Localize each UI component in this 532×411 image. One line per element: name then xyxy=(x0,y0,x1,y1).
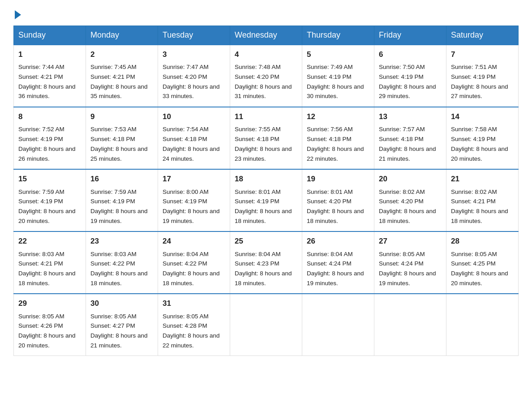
calendar-cell: 23 Sunrise: 8:03 AMSunset: 4:22 PMDaylig… xyxy=(86,231,158,294)
calendar-cell: 18 Sunrise: 8:01 AMSunset: 4:19 PMDaylig… xyxy=(230,169,302,231)
day-number: 27 xyxy=(379,235,442,247)
calendar-header-row: SundayMondayTuesdayWednesdayThursdayFrid… xyxy=(14,26,519,45)
calendar-cell: 6 Sunrise: 7:50 AMSunset: 4:19 PMDayligh… xyxy=(374,45,446,107)
day-number: 16 xyxy=(90,173,153,185)
calendar-week-row: 15 Sunrise: 7:59 AMSunset: 4:19 PMDaylig… xyxy=(14,169,519,231)
day-info: Sunrise: 7:51 AMSunset: 4:19 PMDaylight:… xyxy=(451,64,508,99)
day-info: Sunrise: 7:54 AMSunset: 4:18 PMDaylight:… xyxy=(163,126,220,162)
calendar-cell: 30 Sunrise: 8:05 AMSunset: 4:27 PMDaylig… xyxy=(86,294,158,356)
calendar-cell: 10 Sunrise: 7:54 AMSunset: 4:18 PMDaylig… xyxy=(158,107,230,169)
day-info: Sunrise: 8:04 AMSunset: 4:23 PMDaylight:… xyxy=(235,251,292,287)
header-friday: Friday xyxy=(374,26,446,45)
day-number: 29 xyxy=(18,298,81,309)
calendar-cell: 21 Sunrise: 8:02 AMSunset: 4:21 PMDaylig… xyxy=(446,169,519,231)
day-info: Sunrise: 7:59 AMSunset: 4:19 PMDaylight:… xyxy=(18,188,76,224)
day-number: 26 xyxy=(307,235,369,247)
calendar-cell: 17 Sunrise: 8:00 AMSunset: 4:19 PMDaylig… xyxy=(158,169,230,231)
calendar-week-row: 1 Sunrise: 7:44 AMSunset: 4:21 PMDayligh… xyxy=(14,45,519,107)
day-info: Sunrise: 8:04 AMSunset: 4:22 PMDaylight:… xyxy=(163,251,220,287)
day-number: 23 xyxy=(90,235,153,247)
calendar-cell: 24 Sunrise: 8:04 AMSunset: 4:22 PMDaylig… xyxy=(158,231,230,294)
header-monday: Monday xyxy=(86,26,158,45)
day-number: 31 xyxy=(163,298,225,309)
page-header xyxy=(13,9,519,17)
day-info: Sunrise: 8:02 AMSunset: 4:20 PMDaylight:… xyxy=(379,188,436,224)
day-info: Sunrise: 7:55 AMSunset: 4:18 PMDaylight:… xyxy=(235,126,292,162)
calendar-cell: 12 Sunrise: 7:56 AMSunset: 4:18 PMDaylig… xyxy=(302,107,374,169)
calendar-cell: 5 Sunrise: 7:49 AMSunset: 4:19 PMDayligh… xyxy=(302,45,374,107)
day-info: Sunrise: 8:05 AMSunset: 4:26 PMDaylight:… xyxy=(18,313,76,349)
header-tuesday: Tuesday xyxy=(158,26,230,45)
header-sunday: Sunday xyxy=(14,26,86,45)
calendar-cell: 8 Sunrise: 7:52 AMSunset: 4:19 PMDayligh… xyxy=(14,107,86,169)
day-number: 2 xyxy=(90,49,153,60)
calendar-week-row: 8 Sunrise: 7:52 AMSunset: 4:19 PMDayligh… xyxy=(14,107,519,169)
day-info: Sunrise: 7:56 AMSunset: 4:18 PMDaylight:… xyxy=(307,126,364,162)
day-info: Sunrise: 8:03 AMSunset: 4:21 PMDaylight:… xyxy=(18,251,76,287)
day-info: Sunrise: 7:48 AMSunset: 4:20 PMDaylight:… xyxy=(235,64,292,99)
day-number: 4 xyxy=(235,49,297,60)
day-info: Sunrise: 7:57 AMSunset: 4:18 PMDaylight:… xyxy=(379,126,436,162)
header-wednesday: Wednesday xyxy=(230,26,302,45)
calendar-cell: 16 Sunrise: 7:59 AMSunset: 4:19 PMDaylig… xyxy=(86,169,158,231)
calendar-cell: 19 Sunrise: 8:01 AMSunset: 4:20 PMDaylig… xyxy=(302,169,374,231)
calendar-cell: 28 Sunrise: 8:05 AMSunset: 4:25 PMDaylig… xyxy=(446,231,519,294)
calendar-cell: 11 Sunrise: 7:55 AMSunset: 4:18 PMDaylig… xyxy=(230,107,302,169)
day-number: 6 xyxy=(379,49,442,60)
calendar-cell: 3 Sunrise: 7:47 AMSunset: 4:20 PMDayligh… xyxy=(158,45,230,107)
logo xyxy=(13,9,21,17)
day-number: 10 xyxy=(163,111,225,123)
day-info: Sunrise: 7:59 AMSunset: 4:19 PMDaylight:… xyxy=(90,188,148,224)
calendar-cell: 13 Sunrise: 7:57 AMSunset: 4:18 PMDaylig… xyxy=(374,107,446,169)
calendar-cell xyxy=(446,294,519,356)
day-info: Sunrise: 7:53 AMSunset: 4:18 PMDaylight:… xyxy=(90,126,148,162)
day-number: 17 xyxy=(163,173,225,185)
day-info: Sunrise: 7:44 AMSunset: 4:21 PMDaylight:… xyxy=(18,64,76,99)
day-number: 15 xyxy=(18,173,81,185)
calendar-cell: 31 Sunrise: 8:05 AMSunset: 4:28 PMDaylig… xyxy=(158,294,230,356)
day-number: 25 xyxy=(235,235,297,247)
calendar-cell: 20 Sunrise: 8:02 AMSunset: 4:20 PMDaylig… xyxy=(374,169,446,231)
calendar-cell: 4 Sunrise: 7:48 AMSunset: 4:20 PMDayligh… xyxy=(230,45,302,107)
day-info: Sunrise: 8:01 AMSunset: 4:19 PMDaylight:… xyxy=(235,188,292,224)
day-info: Sunrise: 8:05 AMSunset: 4:27 PMDaylight:… xyxy=(90,313,148,349)
day-info: Sunrise: 7:52 AMSunset: 4:19 PMDaylight:… xyxy=(18,126,76,162)
day-number: 3 xyxy=(163,49,225,60)
day-number: 9 xyxy=(90,111,153,123)
day-number: 14 xyxy=(451,111,514,123)
day-number: 22 xyxy=(18,235,81,247)
day-number: 13 xyxy=(379,111,442,123)
day-number: 18 xyxy=(235,173,297,185)
calendar-cell: 9 Sunrise: 7:53 AMSunset: 4:18 PMDayligh… xyxy=(86,107,158,169)
calendar-cell: 25 Sunrise: 8:04 AMSunset: 4:23 PMDaylig… xyxy=(230,231,302,294)
logo-arrow-icon xyxy=(15,10,21,19)
day-number: 12 xyxy=(307,111,369,123)
calendar-cell: 14 Sunrise: 7:58 AMSunset: 4:19 PMDaylig… xyxy=(446,107,519,169)
day-number: 24 xyxy=(163,235,225,247)
day-info: Sunrise: 8:05 AMSunset: 4:24 PMDaylight:… xyxy=(379,251,436,287)
calendar-cell: 29 Sunrise: 8:05 AMSunset: 4:26 PMDaylig… xyxy=(14,294,86,356)
day-info: Sunrise: 8:05 AMSunset: 4:28 PMDaylight:… xyxy=(163,313,220,349)
calendar-table: SundayMondayTuesdayWednesdayThursdayFrid… xyxy=(13,26,519,356)
calendar-cell: 15 Sunrise: 7:59 AMSunset: 4:19 PMDaylig… xyxy=(14,169,86,231)
calendar-cell: 7 Sunrise: 7:51 AMSunset: 4:19 PMDayligh… xyxy=(446,45,519,107)
day-number: 1 xyxy=(18,49,81,60)
day-info: Sunrise: 8:01 AMSunset: 4:20 PMDaylight:… xyxy=(307,188,364,224)
day-info: Sunrise: 8:02 AMSunset: 4:21 PMDaylight:… xyxy=(451,188,508,224)
header-thursday: Thursday xyxy=(302,26,374,45)
day-number: 11 xyxy=(235,111,297,123)
calendar-cell: 26 Sunrise: 8:04 AMSunset: 4:24 PMDaylig… xyxy=(302,231,374,294)
header-saturday: Saturday xyxy=(446,26,519,45)
calendar-cell xyxy=(230,294,302,356)
day-number: 28 xyxy=(451,235,514,247)
day-number: 8 xyxy=(18,111,81,123)
calendar-cell: 2 Sunrise: 7:45 AMSunset: 4:21 PMDayligh… xyxy=(86,45,158,107)
day-info: Sunrise: 8:05 AMSunset: 4:25 PMDaylight:… xyxy=(451,251,508,287)
day-info: Sunrise: 8:03 AMSunset: 4:22 PMDaylight:… xyxy=(90,251,148,287)
calendar-week-row: 22 Sunrise: 8:03 AMSunset: 4:21 PMDaylig… xyxy=(14,231,519,294)
day-number: 30 xyxy=(90,298,153,309)
day-number: 7 xyxy=(451,49,514,60)
calendar-cell: 1 Sunrise: 7:44 AMSunset: 4:21 PMDayligh… xyxy=(14,45,86,107)
calendar-cell xyxy=(374,294,446,356)
day-info: Sunrise: 7:47 AMSunset: 4:20 PMDaylight:… xyxy=(163,64,220,99)
